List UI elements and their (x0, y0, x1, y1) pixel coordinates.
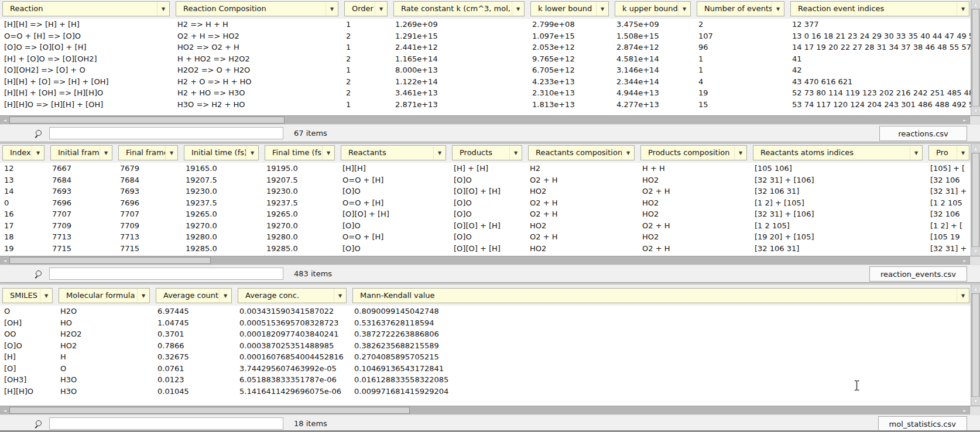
column-header-rate-constant-k-cm-3-mol-s[interactable]: Rate constant k (cm^3, mol, s)▼ (393, 1, 525, 16)
file-button-reactions[interactable]: reactions.csv (879, 126, 967, 141)
table-row[interactable]: [H][H] + [O] => [H] + [OH]H2 + O => H + … (0, 76, 971, 88)
table-row[interactable]: [OH]HO1.047450.00051536957083287230.5316… (0, 317, 971, 329)
scroll-left-icon[interactable]: ◄ (0, 116, 9, 124)
column-header-initial-time-fs[interactable]: Initial time (fs)▼ (184, 145, 259, 160)
column-header-pro[interactable]: Pro▼ (928, 145, 969, 160)
table-row[interactable]: 187713771319280.019280.0O=O + [H][O]OO2 … (0, 231, 971, 243)
column-menu-arrow-icon[interactable]: ▼ (957, 146, 969, 160)
vertical-scrollbar-thumb[interactable] (972, 293, 979, 397)
column-menu-arrow-icon[interactable]: ▼ (100, 146, 112, 160)
file-button-reaction-events[interactable]: reaction_events.csv (869, 266, 967, 282)
table-row[interactable]: [H][H] => [H] + [H]H2 => H + H11.269e+09… (0, 19, 971, 30)
column-header-initial-frame[interactable]: Initial frame▼ (50, 145, 112, 160)
column-menu-arrow-icon[interactable]: ▼ (622, 146, 634, 160)
column-menu-arrow-icon[interactable]: ▼ (433, 146, 446, 160)
column-header-average-count[interactable]: Average count▼ (156, 288, 232, 303)
column-header-mann-kendall-value[interactable]: Mann-Kendall value▼ (352, 288, 969, 303)
column-menu-arrow-icon[interactable]: ▼ (596, 2, 608, 16)
column-header-products-composition[interactable]: Products composition▼ (640, 145, 747, 160)
table-row[interactable]: O=O + [H] => [O]OO2 + H => HO221.291e+15… (0, 30, 971, 42)
search-input[interactable] (49, 268, 283, 280)
column-menu-arrow-icon[interactable]: ▼ (512, 2, 524, 16)
column-header-reactants[interactable]: Reactants▼ (341, 145, 446, 160)
scroll-left-icon[interactable]: ◄ (0, 256, 9, 265)
column-header-index[interactable]: Index▼ (2, 145, 44, 160)
column-menu-arrow-icon[interactable]: ▼ (910, 146, 922, 160)
table-row[interactable]: 167707770719265.019265.0[O][O] + [H][O]O… (0, 208, 971, 220)
column-header-order[interactable]: Order▼ (344, 1, 388, 16)
horizontal-scrollbar-thumb[interactable] (9, 116, 285, 124)
horizontal-scrollbar[interactable]: ◄ ► (0, 406, 980, 414)
vertical-scrollbar[interactable]: ▲ ▼ (971, 284, 980, 406)
vertical-scrollbar-thumb[interactable] (972, 153, 979, 247)
horizontal-scrollbar[interactable]: ◄ ► (0, 115, 980, 124)
scroll-up-icon[interactable]: ▲ (971, 144, 980, 153)
table-row[interactable]: 197715771519285.019285.0[O]O[O][O] + [H]… (0, 243, 971, 255)
column-menu-arrow-icon[interactable]: ▼ (322, 146, 334, 160)
horizontal-scrollbar[interactable]: ◄ ► (0, 256, 980, 265)
table-row[interactable]: [H][H] + [OH] => [H][H]OH2 + HO => H3O23… (0, 87, 971, 99)
column-header-molecular-formula[interactable]: Molecular formula▼ (59, 288, 150, 303)
column-menu-arrow-icon[interactable]: ▼ (509, 146, 522, 160)
scroll-down-icon[interactable]: ▼ (971, 106, 980, 115)
column-header-number-of-events[interactable]: Number of events▼ (697, 1, 784, 16)
column-menu-arrow-icon[interactable]: ▼ (957, 2, 969, 16)
table-row[interactable]: [OH3]H3O0.01236.051883833351787e-060.016… (0, 374, 971, 386)
vertical-scrollbar[interactable]: ▲ ▼ (971, 0, 980, 115)
scroll-left-icon[interactable]: ◄ (0, 406, 9, 414)
scroll-right-icon[interactable]: ► (960, 256, 969, 265)
column-header-average-conc[interactable]: Average conc.▼ (238, 288, 347, 303)
column-header-final-frame[interactable]: Final frame▼ (118, 145, 178, 160)
scroll-right-icon[interactable]: ► (960, 116, 969, 124)
column-menu-arrow-icon[interactable]: ▼ (219, 289, 231, 303)
column-menu-arrow-icon[interactable]: ▼ (334, 289, 346, 303)
column-menu-arrow-icon[interactable]: ▼ (157, 2, 169, 16)
vertical-scrollbar-thumb[interactable] (972, 9, 979, 107)
column-header-reactants-atoms-indices[interactable]: Reactants atoms indices▼ (753, 145, 923, 160)
column-header-reaction-composition[interactable]: Reaction Composition▼ (176, 1, 338, 16)
column-header-products[interactable]: Products▼ (452, 145, 522, 160)
scroll-up-icon[interactable]: ▲ (971, 0, 980, 9)
search-input[interactable] (49, 417, 283, 430)
table-row[interactable]: OH2O6.974450.0034315903415870220.8090099… (0, 306, 971, 317)
table-row[interactable]: 07696769619237.519237.5O=O + [H][O]OO2 +… (0, 197, 971, 209)
table-row[interactable]: [H][H]O => [H][H] + [OH]H3O => H2 + HO12… (0, 99, 971, 111)
column-menu-arrow-icon[interactable]: ▼ (137, 289, 149, 303)
table-row[interactable]: [H][H]OH3O0.010455.1416411429696075e-060… (0, 386, 971, 397)
column-header-smiles[interactable]: SMILES▼ (2, 288, 53, 303)
column-header-final-time-fs[interactable]: Final time (fs)▼ (265, 145, 335, 160)
table-row[interactable]: [H] + [O]O => [O][OH2]H + HO2 => H2O221.… (0, 53, 971, 65)
horizontal-scrollbar-thumb[interactable] (9, 257, 211, 264)
file-button-mol-statistics[interactable]: mol_statistics.csv (878, 416, 967, 431)
scroll-up-icon[interactable]: ▲ (971, 284, 980, 293)
table-row[interactable]: 177709770919270.019270.0[O]O[O][O] + [H]… (0, 220, 971, 232)
table-row[interactable]: OOH2O20.37010.00018209774038402410.38727… (0, 328, 971, 340)
table-row[interactable]: 137684768419207.519207.5O=O + [H][O]OO2 … (0, 174, 971, 186)
scroll-right-icon[interactable]: ► (960, 406, 969, 414)
column-menu-arrow-icon[interactable]: ▼ (957, 289, 969, 303)
column-menu-arrow-icon[interactable]: ▼ (734, 146, 746, 160)
column-menu-arrow-icon[interactable]: ▼ (165, 146, 177, 160)
column-header-reactants-composition[interactable]: Reactants composition▼ (528, 145, 635, 160)
horizontal-scrollbar-thumb[interactable] (9, 407, 410, 414)
column-header-reaction[interactable]: Reaction▼ (2, 1, 170, 16)
search-input[interactable] (49, 127, 283, 139)
column-menu-arrow-icon[interactable]: ▼ (32, 146, 44, 160)
column-menu-arrow-icon[interactable]: ▼ (678, 2, 690, 16)
scroll-down-icon[interactable]: ▼ (971, 396, 980, 406)
column-header-reaction-event-indices[interactable]: Reaction event indices▼ (790, 1, 969, 16)
column-menu-arrow-icon[interactable]: ▼ (40, 289, 52, 303)
column-header-k-lower-bound[interactable]: k lower bound▼ (530, 1, 609, 16)
scroll-down-icon[interactable]: ▼ (971, 246, 980, 256)
column-header-k-upper-bound[interactable]: k upper bound▼ (615, 1, 691, 16)
column-menu-arrow-icon[interactable]: ▼ (772, 2, 784, 16)
table-row[interactable]: [O]O0.07613.744295607463992e-050.1046913… (0, 363, 971, 375)
vertical-scrollbar[interactable]: ▲ ▼ (971, 144, 980, 256)
column-menu-arrow-icon[interactable]: ▼ (375, 2, 387, 16)
table-row[interactable]: 127667767919165.019195.0[H][H][H] + [H]H… (0, 163, 971, 174)
column-menu-arrow-icon[interactable]: ▼ (325, 2, 338, 16)
table-row[interactable]: [O][OH2] => [O] + OH2O2 => O + H2O18.000… (0, 64, 971, 76)
column-menu-arrow-icon[interactable]: ▼ (246, 146, 258, 160)
table-row[interactable]: 147693769319230.019230.0[O]O[O][O] + [H]… (0, 186, 971, 197)
table-row[interactable]: [H]H0.326750.000160768540044528160.27040… (0, 351, 971, 363)
